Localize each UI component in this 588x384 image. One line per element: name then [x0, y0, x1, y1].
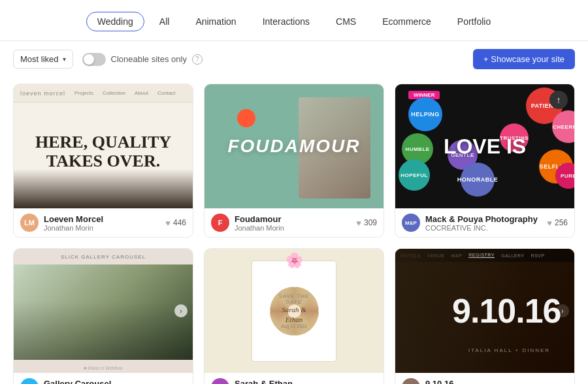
avatar-sarah: S	[211, 378, 229, 384]
invitation-wreath: Save the date Sarah & Ethan Aug 11 2022	[270, 287, 319, 336]
card-thumb-foudamour: FOUDAMOUR	[204, 84, 384, 208]
card-title-mack: Mack & Pouya Photography	[425, 214, 542, 224]
card-title-foudamour: Foudamour	[235, 214, 351, 224]
loeven-big-text: HERE, QUALITY TAKES OVER.	[14, 133, 193, 170]
sort-dropdown[interactable]: Most liked ▾	[13, 50, 73, 69]
likes-count: 446	[173, 218, 186, 227]
card-text-mack: Mack & Pouya Photography COCREATIVE INC.	[425, 214, 542, 232]
tab-portfolio[interactable]: Portfolio	[446, 12, 502, 31]
card-title-dark: 9.10.16	[425, 379, 568, 385]
chevron-down-icon: ▾	[63, 56, 66, 63]
card-thumb-dark: HOTELS VENUE MAP REGISTRY GALLERY RSVP 9…	[395, 249, 574, 373]
floral-decoration: 🌸	[286, 252, 303, 269]
card-info-mack: M&P Mack & Pouya Photography COCREATIVE …	[395, 208, 574, 237]
likes-count: 256	[555, 218, 568, 227]
card-text-gallery: Gallery Carousel Webflow	[44, 379, 186, 385]
couple-names: Sarah & Ethan	[279, 305, 310, 324]
cloneable-label: Cloneable sites only	[111, 54, 187, 64]
tab-wedding[interactable]: Wedding	[86, 12, 144, 31]
gallery-header-text: SLICK GALLERY CAROUSEL	[14, 254, 193, 260]
card-info-invitation: S Sarah & Ethan Webflow	[204, 373, 384, 384]
card-thumb-mack: WINNER HELPINGHUMBLEGENTLEPATIENTCHEERFU…	[395, 84, 574, 208]
card-text-invitation: Sarah & Ethan Webflow	[235, 379, 377, 385]
card-info-loeven: LM Loeven Morcel Jonathan Morin ♥ 446	[14, 208, 193, 237]
card-author-mack: COCREATIVE INC.	[425, 224, 542, 232]
card-info-gallery: G Gallery Carousel Webflow	[14, 373, 193, 384]
category-nav: Wedding All Animation Interactions CMS E…	[0, 0, 588, 41]
card-text-foudamour: Foudamour Jonathan Morin	[235, 214, 351, 232]
avatar-dark: D	[402, 378, 420, 384]
card-gallery[interactable]: SLICK GALLERY CAROUSEL › ■ Made in Webfl…	[13, 248, 193, 384]
card-foudamour[interactable]: FOUDAMOUR F Foudamour Jonathan Morin ♥ 3…	[204, 84, 384, 238]
cloneable-toggle-area: Cloneable sites only ?	[82, 53, 203, 66]
card-grid: loeven morcel ProjectsCollectionAboutCon…	[0, 77, 588, 384]
card-likes-mack: ♥ 256	[547, 218, 568, 228]
tab-cms[interactable]: CMS	[325, 12, 367, 31]
venue-subtitle: ITALIA HALL + DINNER	[468, 347, 550, 353]
card-text-dark: 9.10.16 ITALIA HALL + DINNER	[425, 379, 568, 385]
card-text-loeven: Loeven Morcel Jonathan Morin	[44, 214, 160, 232]
invitation-inner: Save the date Sarah & Ethan Aug 11 2022	[279, 293, 310, 328]
heart-icon: ♥	[165, 218, 171, 228]
tab-animation[interactable]: Animation	[184, 12, 247, 31]
tab-all[interactable]: All	[148, 12, 181, 31]
corner-arrow-icon: ↑	[549, 91, 568, 109]
webflow-badge: ■ Made in Webflow	[84, 366, 123, 370]
toolbar: Most liked ▾ Cloneable sites only ? + Sh…	[0, 41, 588, 77]
tab-ecommerce[interactable]: Ecommerce	[371, 12, 442, 31]
wedding-date: Aug 11 2022	[279, 324, 310, 328]
orange-dot	[237, 109, 255, 127]
avatar-gallery: G	[20, 378, 39, 384]
showcase-button[interactable]: + Showcase your site	[473, 49, 575, 69]
cloneable-toggle[interactable]	[82, 53, 106, 66]
info-icon[interactable]: ?	[192, 54, 203, 65]
card-date-wedding[interactable]: HOTELS VENUE MAP REGISTRY GALLERY RSVP 9…	[395, 248, 575, 384]
card-info-dark: D 9.10.16 ITALIA HALL + DINNER	[395, 373, 574, 384]
wedding-date-large: 9.10.16	[452, 291, 561, 330]
card-likes-foudamour: ♥ 309	[356, 218, 377, 228]
card-title-invitation: Sarah & Ethan	[235, 379, 377, 385]
card-title-loeven: Loeven Morcel	[44, 214, 160, 224]
dark-nav-arrow: ›	[556, 304, 569, 317]
card-likes-loeven: ♥ 446	[165, 218, 186, 228]
invitation-card: 🌸 Save the date Sarah & Ethan Aug 11 202…	[252, 261, 336, 362]
card-title-gallery: Gallery Carousel	[44, 379, 186, 385]
sort-label: Most liked	[20, 54, 59, 64]
card-author-loeven: Jonathan Morin	[44, 224, 160, 232]
card-mack-pouya[interactable]: WINNER HELPINGHUMBLEGENTLEPATIENTCHEERFU…	[395, 84, 575, 238]
avatar-mack: M&P	[402, 214, 420, 232]
tab-interactions[interactable]: Interactions	[252, 12, 321, 31]
avatar-loeven: LM	[20, 214, 39, 232]
card-thumb-invitation: 🌸 Save the date Sarah & Ethan Aug 11 202…	[204, 249, 384, 373]
foudamour-title: FOUDAMOUR	[227, 136, 360, 157]
card-sarah-ethan[interactable]: 🌸 Save the date Sarah & Ethan Aug 11 202…	[204, 248, 384, 384]
likes-count: 309	[364, 218, 377, 227]
love-is-text: LOVE IS	[444, 135, 526, 159]
card-loeven-morcel[interactable]: loeven morcel ProjectsCollectionAboutCon…	[13, 84, 193, 238]
heart-icon: ♥	[356, 218, 361, 228]
card-thumb-gallery: SLICK GALLERY CAROUSEL › ■ Made in Webfl…	[14, 249, 193, 373]
card-thumb-loeven: loeven morcel ProjectsCollectionAboutCon…	[14, 84, 193, 208]
wedding-photo	[14, 264, 193, 360]
card-author-foudamour: Jonathan Morin	[235, 224, 351, 232]
card-info-foudamour: F Foudamour Jonathan Morin ♥ 309	[204, 208, 384, 237]
heart-icon: ♥	[547, 218, 552, 228]
dark-nav-rsvp: RSVP	[531, 253, 545, 258]
save-the-date: Save the date	[279, 293, 310, 305]
gallery-nav-arrow: ›	[174, 304, 188, 317]
avatar-foudamour: F	[211, 214, 229, 232]
